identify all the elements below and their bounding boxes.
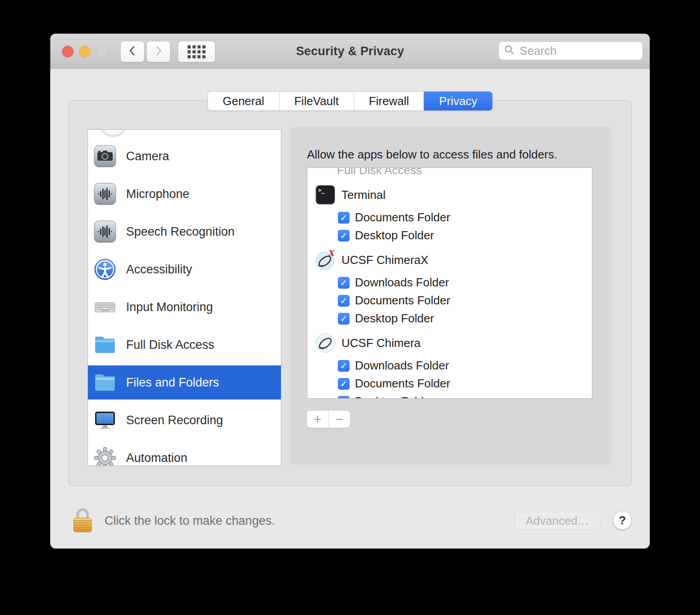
- permission-label: Documents Folder: [355, 377, 450, 391]
- app-row-chimerax: X UCSF ChimeraX: [315, 249, 592, 271]
- permission-label: Documents Folder: [355, 294, 450, 308]
- checkbox[interactable]: [338, 295, 350, 307]
- sidebar-item-label: Full Disk Access: [126, 338, 214, 352]
- lock-message: Click the lock to make changes.: [105, 514, 275, 528]
- app-row-chimera: UCSF Chimera: [315, 332, 592, 354]
- microphone-icon: [94, 183, 116, 205]
- sidebar-item-label: Microphone: [126, 187, 189, 201]
- sidebar-item-automation[interactable]: Automation: [88, 439, 281, 466]
- sidebar-item-files-and-folders[interactable]: Files and Folders: [88, 365, 281, 400]
- chimera-icon: [315, 332, 336, 354]
- blue-folder-icon: [94, 334, 116, 356]
- checkbox[interactable]: [338, 313, 350, 325]
- title-bar: Security & Privacy: [50, 34, 650, 69]
- permission-label: Downloads Folder: [355, 359, 449, 373]
- permission-row: Downloads Folder: [338, 360, 592, 372]
- permission-label: Desktop Folder: [355, 395, 434, 399]
- display-icon: [94, 409, 116, 431]
- add-remove-control: + −: [307, 411, 350, 428]
- sidebar-item-label: Screen Recording: [126, 413, 223, 427]
- sidebar-item-screen-recording[interactable]: Screen Recording: [88, 401, 281, 439]
- chimerax-icon: X: [315, 249, 336, 271]
- remove-app-button[interactable]: −: [329, 411, 350, 428]
- sidebar-item-label: Camera: [126, 149, 169, 163]
- permission-row: Downloads Folder: [338, 277, 592, 289]
- permission-row: Documents Folder: [338, 378, 592, 390]
- sidebar-item-label: Speech Recognition: [126, 225, 235, 239]
- permission-label: Documents Folder: [355, 211, 450, 224]
- search-field[interactable]: [499, 41, 643, 60]
- camera-icon: [94, 145, 116, 167]
- sidebar-item-label: Input Monitoring: [126, 300, 213, 314]
- tab-bar: General FileVault Firewall Privacy: [207, 91, 493, 111]
- terminal-icon: >_: [315, 184, 336, 206]
- checkbox[interactable]: [338, 212, 350, 224]
- app-row-terminal: >_ Terminal: [315, 184, 592, 206]
- checkbox[interactable]: [338, 396, 350, 399]
- permission-label: Downloads Folder: [355, 276, 449, 290]
- speech-recognition-icon: [94, 220, 116, 243]
- blue-folder-icon: [94, 371, 116, 394]
- tab-general[interactable]: General: [208, 92, 279, 110]
- files-and-folders-panel: Allow the apps below to access files and…: [291, 127, 612, 465]
- app-name: UCSF Chimera: [341, 336, 420, 350]
- privacy-category-list: Camera Microphone Speech Recognition Acc…: [88, 129, 281, 466]
- security-privacy-window: Security & Privacy General FileVault Fir…: [50, 34, 650, 549]
- permission-row: Desktop Folder: [338, 229, 592, 242]
- checkbox[interactable]: [338, 277, 350, 289]
- sidebar-item-input-monitoring[interactable]: Input Monitoring: [88, 288, 281, 326]
- permission-row: Desktop Folder: [338, 395, 592, 399]
- lock-button[interactable]: [73, 506, 92, 533]
- sidebar-item-label: Automation: [126, 451, 188, 465]
- permission-label: Desktop Folder: [355, 228, 434, 242]
- search-input[interactable]: [519, 44, 650, 58]
- app-permission-list: Full Disk Access >_ Terminal Documents F…: [307, 167, 592, 399]
- gear-icon: [94, 447, 116, 466]
- sidebar-item-label: Accessibility: [126, 263, 192, 277]
- search-icon: [504, 45, 514, 57]
- checkbox[interactable]: [338, 360, 350, 372]
- panel-header: Allow the apps below to access files and…: [307, 148, 557, 162]
- tab-filevault[interactable]: FileVault: [279, 92, 354, 110]
- permission-row: Desktop Folder: [338, 312, 592, 325]
- tab-privacy[interactable]: Privacy: [424, 92, 492, 110]
- help-button[interactable]: ?: [613, 511, 632, 530]
- sidebar-item-speech-recognition[interactable]: Speech Recognition: [88, 213, 281, 250]
- checkbox[interactable]: [338, 230, 350, 242]
- lock-icon: [73, 527, 92, 534]
- permission-row: Documents Folder: [338, 294, 592, 307]
- accessibility-icon: [94, 258, 116, 281]
- sidebar-item-microphone[interactable]: Microphone: [88, 175, 281, 213]
- sidebar-item-camera[interactable]: Camera: [88, 137, 281, 175]
- permission-row: Documents Folder: [338, 211, 592, 224]
- svg-text:X: X: [328, 249, 335, 258]
- sidebar-item-label: Files and Folders: [126, 376, 219, 390]
- add-app-button[interactable]: +: [307, 411, 329, 428]
- advanced-button: Advanced…: [514, 512, 600, 530]
- svg-text:>_: >_: [318, 187, 325, 194]
- tab-firewall[interactable]: Firewall: [354, 92, 424, 110]
- clipped-list-item: Full Disk Access: [337, 167, 592, 177]
- app-name: Terminal: [341, 188, 385, 202]
- keyboard-icon: [94, 296, 116, 318]
- app-name: UCSF ChimeraX: [341, 253, 429, 267]
- checkbox[interactable]: [338, 378, 350, 390]
- permission-label: Desktop Folder: [355, 312, 434, 325]
- sidebar-item-accessibility[interactable]: Accessibility: [88, 250, 281, 288]
- sidebar-item-full-disk-access[interactable]: Full Disk Access: [88, 326, 281, 364]
